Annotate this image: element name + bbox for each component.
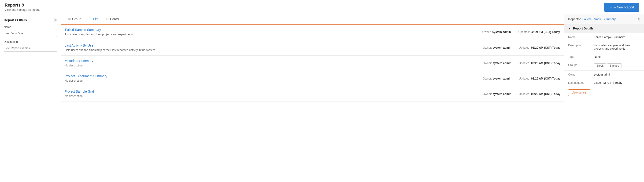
page-header: Reports 9 View and manage all reports ＋ … — [0, 0, 644, 14]
group-badge: Sample — [607, 63, 622, 68]
report-item-meta: Owner: system admin Updated: 02:29 AM (C… — [482, 30, 560, 34]
report-item-name: Metadata Summary — [65, 59, 479, 63]
tab-group[interactable]: ⊞ Group — [65, 14, 84, 24]
report-meta-owner: Owner: system admin — [482, 30, 511, 34]
name-filter-label: Name — [4, 25, 57, 29]
inspector-body: ▼ Report Details Name Failed Sample Summ… — [564, 24, 644, 182]
report-item-desc: No description — [65, 64, 479, 68]
inspector-field-key: Last updated — [564, 79, 590, 87]
section-title: Report Details — [573, 27, 594, 30]
report-item-name: Project Experiment Summary — [65, 74, 479, 78]
section-toggle-icon: ▼ — [568, 27, 571, 30]
report-meta-owner: Owner: system admin — [483, 77, 512, 80]
report-item-desc: Lists users and the timestamp of their l… — [65, 48, 479, 52]
inspector-collapse-button[interactable]: >| — [638, 17, 640, 21]
description-filter-input[interactable] — [4, 45, 57, 52]
new-report-button[interactable]: ＋ + New Report — [604, 3, 639, 12]
inspector-field-key: Name — [564, 33, 590, 41]
sidebar: Reports Filters |< Name Description — [0, 14, 61, 182]
owner-value: system admin — [493, 92, 512, 96]
description-filter-field: Description — [4, 40, 57, 52]
report-item-name: Failed Sample Summary — [65, 28, 479, 31]
report-item-info: Last Activity By User Lists users and th… — [65, 43, 479, 52]
owner-label: Owner: — [483, 92, 493, 96]
inspector-field-value: StockSample — [590, 61, 644, 71]
owner-label: Owner: — [482, 30, 492, 34]
report-item-name: Last Activity By User — [65, 43, 479, 47]
inspector-field-key: Owner — [564, 71, 590, 79]
page-subtitle: View and manage all reports — [5, 8, 40, 11]
owner-value: system admin — [493, 46, 512, 49]
description-filter-label: Description — [4, 40, 57, 43]
owner-value: system admin — [493, 61, 512, 65]
inspector-field-key: Groups — [564, 61, 590, 71]
report-item-desc: Lists failed samples and their projects … — [65, 32, 479, 36]
report-item-info: Project Experiment Summary No descriptio… — [65, 74, 479, 83]
main-layout: Reports Filters |< Name Description ⊞ Gr… — [0, 14, 644, 182]
updated-label: Updated: — [519, 46, 531, 49]
updated-value: 02:29 AM (CST) Today — [531, 92, 560, 96]
inspector-field-value: Failed Sample Summary — [590, 33, 644, 41]
new-report-label: + New Report — [614, 5, 634, 9]
sidebar-header: Reports Filters |< — [4, 18, 57, 22]
updated-value: 02:29 AM (CST) Today — [531, 61, 560, 65]
updated-value: 02:29 AM (CST) Today — [531, 46, 560, 49]
report-meta-updated: Updated: 02:29 AM (CST) Today — [519, 92, 560, 96]
inspector-field-value: Lists failed samples and their projects … — [590, 41, 644, 53]
report-meta-updated: Updated: 02:29 AM (CST) Today — [519, 61, 560, 65]
report-meta-owner: Owner: system admin — [483, 92, 512, 96]
updated-label: Updated: — [519, 61, 531, 65]
updated-label: Updated: — [519, 77, 531, 80]
inspector-field-key: Tags — [564, 53, 590, 61]
report-item[interactable]: Failed Sample Summary Lists failed sampl… — [61, 24, 564, 40]
inspector-field-value: 02:29 AM (CST) Today — [590, 79, 644, 87]
app-container: Reports 9 View and manage all reports ＋ … — [0, 0, 644, 182]
sidebar-title: Reports Filters — [4, 18, 27, 22]
cards-tab-icon: ⊟ — [106, 17, 109, 21]
report-meta-updated: Updated: 02:29 AM (CST) Today — [519, 46, 560, 49]
name-filter-input[interactable] — [4, 30, 57, 37]
report-item-meta: Owner: system admin Updated: 02:29 AM (C… — [483, 77, 560, 80]
tab-list-label: List — [93, 17, 98, 21]
sidebar-collapse-button[interactable]: |< — [54, 18, 57, 22]
report-item-meta: Owner: system admin Updated: 02:29 AM (C… — [483, 92, 560, 96]
tab-group-label: Group — [72, 17, 81, 21]
header-title-block: Reports 9 View and manage all reports — [5, 3, 40, 11]
center-panel: ⊞ Group ☰ List ⊟ Cards Failed Sample Sum… — [61, 14, 564, 182]
inspector-panel: Inspector: Failed Sample Summary >| ▼ Re… — [564, 14, 644, 182]
tab-list[interactable]: ☰ List — [86, 14, 102, 24]
report-meta-owner: Owner: system admin — [483, 46, 512, 49]
report-meta-updated: Updated: 02:29 AM (CST) Today — [518, 30, 560, 34]
report-item[interactable]: Last Activity By User Lists users and th… — [61, 40, 564, 56]
name-filter-field: Name — [4, 25, 57, 37]
inspector-section-header[interactable]: ▼ Report Details — [564, 24, 644, 33]
owner-label: Owner: — [483, 46, 493, 49]
report-item-meta: Owner: system admin Updated: 02:29 AM (C… — [483, 61, 560, 65]
report-item-meta: Owner: system admin Updated: 02:29 AM (C… — [483, 46, 560, 49]
owner-value: system admin — [493, 77, 512, 80]
owner-value: system admin — [492, 30, 511, 34]
list-tab-icon: ☰ — [89, 17, 92, 21]
inspector-title: Inspector: Failed Sample Summary — [568, 17, 616, 21]
report-meta-updated: Updated: 02:29 AM (CST) Today — [519, 77, 560, 80]
inspector-field-value: None — [590, 53, 644, 61]
tab-cards-label: Cards — [110, 17, 119, 21]
tab-cards[interactable]: ⊟ Cards — [102, 14, 122, 24]
tabs-bar: ⊞ Group ☰ List ⊟ Cards — [61, 14, 564, 24]
report-item[interactable]: Metadata Summary No description Owner: s… — [61, 56, 564, 71]
report-item[interactable]: Project Sample Grid No description Owner… — [61, 86, 564, 102]
plus-icon: ＋ — [609, 5, 612, 9]
owner-label: Owner: — [483, 77, 493, 80]
reports-list: Failed Sample Summary Lists failed sampl… — [61, 24, 564, 182]
owner-label: Owner: — [483, 61, 493, 65]
updated-label: Updated: — [519, 92, 531, 96]
view-details-button[interactable]: View details — [568, 89, 590, 96]
report-item-info: Failed Sample Summary Lists failed sampl… — [65, 28, 479, 36]
group-badge: Stock — [594, 63, 606, 68]
report-item[interactable]: Project Experiment Summary No descriptio… — [61, 71, 564, 86]
report-item-info: Project Sample Grid No description — [65, 90, 479, 98]
inspector-selected-name: Failed Sample Summary — [582, 17, 616, 21]
group-tab-icon: ⊞ — [68, 17, 71, 21]
inspector-field-value: system admin — [590, 71, 644, 79]
inspector-table: Name Failed Sample Summary Description L… — [564, 33, 644, 87]
